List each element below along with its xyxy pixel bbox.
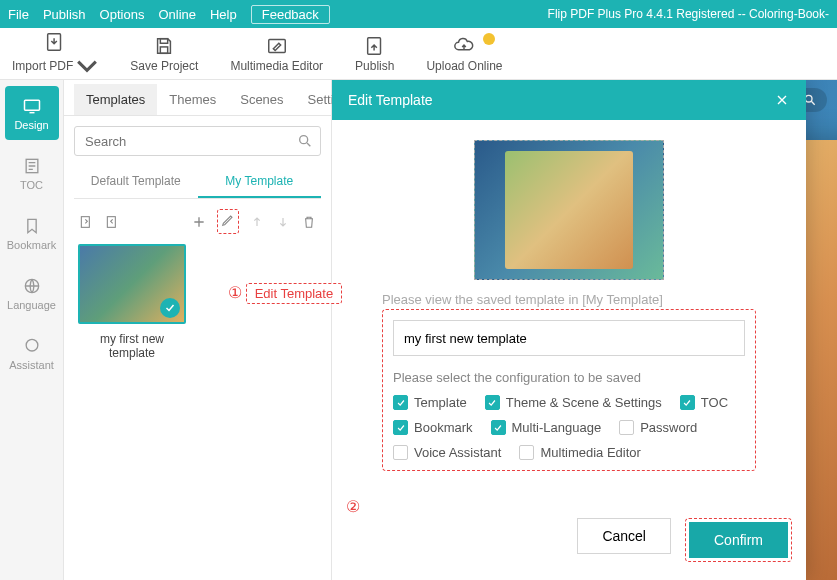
edit-template-highlight: [217, 209, 239, 234]
window-title: Flip PDF Plus Pro 4.4.1 Registered -- Co…: [548, 7, 829, 21]
edit-template-modal: Edit Template Please view the saved temp…: [332, 80, 806, 580]
modal-header: Edit Template: [332, 80, 806, 120]
close-icon[interactable]: [774, 92, 790, 108]
feedback-button[interactable]: Feedback: [251, 5, 330, 24]
svg-rect-1: [161, 38, 168, 43]
menu-file[interactable]: File: [8, 7, 29, 22]
panel: Templates Themes Scenes Settings Default…: [64, 80, 332, 580]
tab-themes[interactable]: Themes: [157, 84, 228, 115]
leftbar-design-label: Design: [14, 119, 48, 131]
svg-point-12: [805, 95, 812, 102]
check-label: Theme & Scene & Settings: [506, 395, 662, 410]
callout-box-3: Confirm: [685, 518, 792, 562]
import-pdf-button[interactable]: Import PDF: [12, 31, 98, 77]
save-icon: [153, 35, 175, 57]
check-label: Voice Assistant: [414, 445, 501, 460]
menu-online[interactable]: Online: [158, 7, 196, 22]
add-icon[interactable]: [191, 214, 207, 230]
import-pdf-label: Import PDF: [12, 59, 73, 73]
callout-1: ① Edit Template: [228, 283, 342, 302]
check-voice-assistant[interactable]: Voice Assistant: [393, 445, 501, 460]
multimedia-editor-button[interactable]: Multimedia Editor: [230, 35, 323, 73]
globe-icon: [22, 276, 42, 296]
checkbox-icon: [519, 445, 534, 460]
import-template-icon[interactable]: [104, 214, 120, 230]
bookmark-icon: [22, 216, 42, 236]
cloud-icon: [453, 35, 475, 57]
modal-helper: Please view the saved template in [My Te…: [382, 292, 756, 307]
down-icon[interactable]: [275, 214, 291, 230]
tab-scenes[interactable]: Scenes: [228, 84, 295, 115]
subtabs: Default Template My Template: [74, 166, 321, 199]
svg-rect-2: [161, 46, 168, 52]
subtab-default[interactable]: Default Template: [74, 166, 198, 198]
leftbar-bookmark[interactable]: Bookmark: [5, 206, 59, 260]
menu-publish[interactable]: Publish: [43, 7, 86, 22]
toc-icon: [22, 156, 42, 176]
check-password[interactable]: Password: [619, 420, 697, 435]
checkbox-icon: [491, 420, 506, 435]
template-name-input[interactable]: [393, 320, 745, 356]
import-icon: [44, 31, 66, 53]
check-label: Template: [414, 395, 467, 410]
checkbox-icon: [393, 445, 408, 460]
check-multi-language[interactable]: Multi-Language: [491, 420, 602, 435]
leftbar-assistant-label: Assistant: [9, 359, 54, 371]
save-project-button[interactable]: Save Project: [130, 35, 198, 73]
check-bookmark[interactable]: Bookmark: [393, 420, 473, 435]
template-thumb[interactable]: my first new template: [78, 244, 186, 360]
leftbar-bookmark-label: Bookmark: [7, 239, 57, 251]
upload-online-label: Upload Online: [426, 59, 502, 73]
edit-icon: [266, 35, 288, 57]
check-toc[interactable]: TOC: [680, 395, 728, 410]
template-thumb-image: [78, 244, 186, 324]
svg-rect-10: [81, 216, 89, 227]
cancel-button[interactable]: Cancel: [577, 518, 671, 554]
callout-2: ②: [346, 497, 360, 516]
toolbar: Import PDF Save Project Multimedia Edito…: [0, 28, 837, 80]
up-icon[interactable]: [249, 214, 265, 230]
checkbox-icon: [393, 420, 408, 435]
check-label: Password: [640, 420, 697, 435]
caret-down-icon: [76, 55, 98, 77]
subtab-mytemplate[interactable]: My Template: [198, 166, 322, 198]
menu-options[interactable]: Options: [100, 7, 145, 22]
svg-point-9: [300, 136, 308, 144]
monitor-icon: [22, 96, 42, 116]
pencil-icon[interactable]: [220, 212, 236, 228]
publish-label: Publish: [355, 59, 394, 73]
trash-icon[interactable]: [301, 214, 317, 230]
menu-help[interactable]: Help: [210, 7, 237, 22]
check-multimedia-editor[interactable]: Multimedia Editor: [519, 445, 640, 460]
publish-icon: [364, 35, 386, 57]
modal-title: Edit Template: [348, 92, 433, 108]
check-template[interactable]: Template: [393, 395, 467, 410]
modal-body: Please view the saved template in [My Te…: [332, 120, 806, 508]
tab-templates[interactable]: Templates: [74, 84, 157, 115]
canvas: Flip Builder Edit Template Please view t…: [332, 80, 837, 580]
tabs: Templates Themes Scenes Settings: [64, 80, 331, 116]
check-label: Bookmark: [414, 420, 473, 435]
confirm-button[interactable]: Confirm: [689, 522, 788, 558]
leftbar-language[interactable]: Language: [5, 266, 59, 320]
chat-icon: [22, 336, 42, 356]
callout-1-num: ①: [228, 284, 242, 301]
check-label: Multimedia Editor: [540, 445, 640, 460]
upload-online-button[interactable]: Upload Online: [426, 35, 502, 73]
checkbox-icon: [393, 395, 408, 410]
callout-1-label: Edit Template: [246, 283, 343, 304]
publish-button[interactable]: Publish: [355, 35, 394, 73]
checkbox-icon: [680, 395, 695, 410]
search-input[interactable]: [74, 126, 321, 156]
check-theme-scene-settings[interactable]: Theme & Scene & Settings: [485, 395, 662, 410]
leftbar-assistant[interactable]: Assistant: [5, 326, 59, 380]
leftbar-toc[interactable]: TOC: [5, 146, 59, 200]
search-icon: [297, 133, 313, 149]
export-icon[interactable]: [78, 214, 94, 230]
callout-box-2: Please select the configuration to be sa…: [382, 309, 756, 471]
leftbar: Design TOC Bookmark Language Assistant: [0, 80, 64, 580]
leftbar-design[interactable]: Design: [5, 86, 59, 140]
leftbar-language-label: Language: [7, 299, 56, 311]
badge-icon: [483, 33, 495, 45]
checkbox-icon: [485, 395, 500, 410]
